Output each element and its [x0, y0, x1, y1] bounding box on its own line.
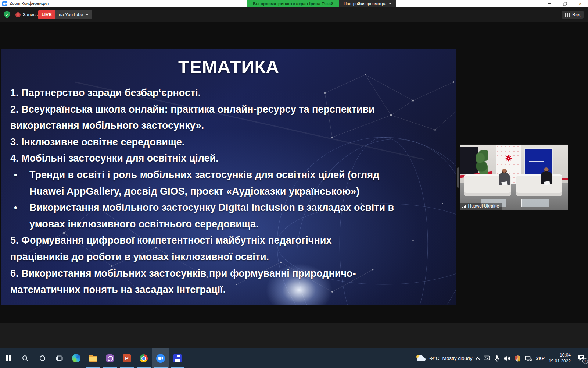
edge-icon — [72, 354, 80, 362]
meeting-status-bar: ✓ Запись LIVE на YouTube Вид — [0, 7, 588, 22]
zoom-app-icon — [2, 1, 7, 6]
taskbar-search-button[interactable] — [17, 348, 34, 368]
participant-name: Huawei Ukraine — [468, 204, 499, 209]
weather-description: Mostly cloudy — [442, 355, 472, 361]
zoom-icon — [156, 354, 165, 363]
view-settings-button[interactable]: Настройки просмотра — [339, 0, 396, 7]
slide-line: 5. Формування цифрової компетентності ма… — [1, 232, 456, 249]
powerpoint-icon: P — [123, 354, 131, 362]
slide-line: Huawei AppGallery, досвід GIOS, проєкт «… — [1, 183, 456, 200]
window-titlebar: Zoom Конференция Вы просматриваете экран… — [0, 0, 588, 7]
studio-left-screen — [460, 147, 478, 174]
clock-time: 10:04 — [549, 353, 571, 358]
window-controls: × — [542, 0, 588, 7]
taskbar-app-zoom[interactable] — [152, 348, 169, 368]
task-view-button[interactable] — [51, 348, 68, 368]
viewing-screen-banner: Вы просматриваете экран Ірина Тягай — [247, 0, 339, 7]
chevron-down-icon — [389, 3, 392, 4]
restore-icon — [563, 2, 567, 6]
windows-logo-icon — [6, 355, 11, 361]
audio-level-icon — [462, 204, 466, 208]
slide-line: 6. Використання мобільних застосунків пр… — [1, 265, 456, 282]
chevron-down-icon — [86, 14, 89, 15]
search-icon — [22, 355, 29, 362]
taskbar-app-edge[interactable] — [68, 348, 85, 368]
tray-overflow-chevron[interactable] — [476, 357, 480, 361]
huawei-logo-icon — [505, 155, 512, 162]
minimize-button[interactable] — [542, 0, 557, 7]
slide-line: 1. Партнерство заради безбар‘єрності. — [1, 85, 456, 101]
recording-indicator-icon — [15, 12, 21, 17]
floppy-disk-icon — [173, 354, 182, 362]
shared-screen-slide: ТЕМАТИКА 1. Партнерство заради безбар‘єр… — [1, 49, 456, 305]
slide-line: умовах інклюзивного освітнього середовищ… — [1, 216, 456, 233]
slide-line: 2. Всеукраїнська школа онлайн: практика … — [1, 101, 456, 118]
meeting-control-bar: Включить звук Остановить видео — [0, 323, 588, 348]
taskbar-app-viber[interactable] — [101, 348, 118, 368]
display-network-icon[interactable] — [525, 355, 532, 361]
slide-title: ТЕМАТИКА — [1, 56, 456, 77]
file-explorer-icon — [89, 356, 97, 362]
zoom-meeting-window: Zoom Конференция Вы просматриваете экран… — [0, 0, 588, 368]
volume-icon[interactable] — [503, 355, 510, 361]
thumbnail-collapse-handle[interactable] — [457, 167, 459, 188]
slide-body: 1. Партнерство заради безбар‘єрності. 2.… — [1, 85, 456, 298]
taskbar-weather-widget[interactable]: -9°C Mostly cloudy — [416, 355, 472, 362]
slide-line: працівників до роботи в умовах інклюзивн… — [1, 249, 456, 265]
weather-cloud-icon — [416, 355, 426, 362]
cortana-button[interactable] — [34, 348, 51, 368]
participant-video-thumbnail[interactable]: Huawei Ukraine — [460, 145, 568, 210]
viber-icon — [106, 354, 114, 362]
weather-temperature: -9°C — [429, 355, 439, 361]
studio-plant — [476, 150, 488, 177]
restore-button[interactable] — [557, 0, 573, 7]
speaker-person — [541, 167, 552, 184]
minimize-icon — [548, 3, 551, 4]
view-layout-label: Вид — [572, 12, 580, 17]
live-destination-dropdown[interactable]: на YouTube — [55, 10, 92, 19]
windows-taskbar: P -9°C Mostly cloudy — [0, 348, 588, 368]
live-destination-label: на YouTube — [59, 12, 83, 17]
live-badge: LIVE — [38, 10, 55, 19]
encryption-shield-icon: ✓ — [4, 11, 10, 18]
language-indicator[interactable]: УКР — [536, 356, 545, 361]
cortana-icon — [40, 355, 45, 361]
studio-couch — [516, 174, 562, 196]
live-stream-control[interactable]: LIVE на YouTube — [38, 10, 92, 19]
close-button[interactable]: × — [573, 0, 588, 7]
view-layout-button[interactable]: Вид — [562, 11, 584, 19]
action-center-button[interactable]: 1 — [578, 354, 585, 362]
taskbar-app-powerpoint[interactable]: P — [118, 348, 135, 368]
notification-count-badge: 1 — [582, 358, 588, 364]
grid-view-icon — [565, 13, 570, 17]
microphone-tray-icon[interactable] — [494, 355, 499, 362]
clock-date: 19.01.2022 — [549, 358, 571, 364]
security-shield-icon[interactable] — [514, 355, 521, 362]
participant-name-label: Huawei Ukraine — [460, 203, 502, 210]
chrome-icon — [140, 354, 148, 362]
taskbar-clock[interactable]: 10:04 19.01.2022 — [549, 353, 571, 364]
bullet-marker: • — [14, 199, 29, 216]
recording-label: Запись — [23, 12, 38, 17]
window-title: Zoom Конференция — [10, 1, 49, 6]
taskbar-app-save-tool[interactable] — [169, 348, 186, 368]
speaker-person — [499, 169, 510, 185]
taskbar-app-file-explorer[interactable] — [85, 348, 101, 368]
slide-line: 4. Мобільні застосунки для освітніх ціле… — [1, 150, 456, 167]
slide-line: математичних понять на засадах інтеграці… — [1, 282, 456, 298]
slide-line: 3. Інклюзивне освітнє середовище. — [1, 134, 456, 151]
slide-line: •Тренди в освіті і роль мобільних застос… — [1, 167, 456, 183]
task-view-icon — [56, 355, 63, 361]
slide-line: використання мобільного застосунку». — [1, 117, 456, 134]
taskbar-app-chrome[interactable] — [135, 348, 152, 368]
screen-cast-icon[interactable] — [483, 355, 490, 361]
studio-table — [521, 199, 549, 207]
view-settings-label: Настройки просмотра — [344, 0, 386, 7]
slide-line: •Використання мобільного застосунку Digi… — [1, 199, 456, 216]
bullet-marker: • — [14, 167, 29, 183]
start-button[interactable] — [0, 348, 17, 368]
